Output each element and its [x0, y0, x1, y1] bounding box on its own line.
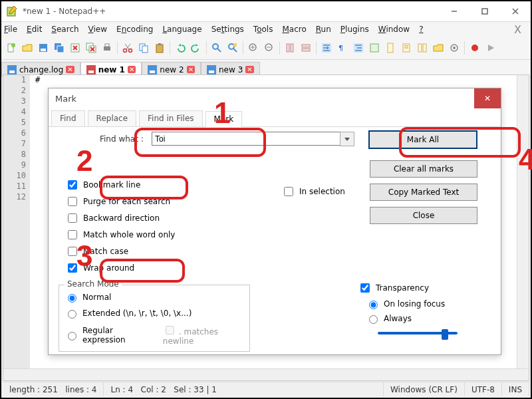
tb-docmap-icon[interactable] [383, 41, 398, 55]
svg-point-21 [129, 49, 132, 53]
search-mode-group: Search Mode Normal Extended (\n, \r, \t,… [59, 285, 250, 352]
menu-help[interactable]: ? [419, 25, 423, 34]
menu-view[interactable]: View [88, 25, 107, 34]
tb-indent-icon[interactable] [351, 41, 366, 55]
tab-label: new 3 [219, 65, 243, 74]
tb-saveall-icon[interactable] [52, 41, 66, 55]
dot-matches-newline-checkbox: . matches newline [163, 324, 244, 346]
svg-rect-63 [150, 70, 155, 73]
menu-plugins[interactable]: Plugins [340, 25, 369, 34]
tb-allchars-icon[interactable]: ¶ [335, 41, 350, 55]
status-length: length : 251 lines : 4 [3, 382, 104, 396]
search-mode-regex[interactable]: Regular expression . matches newline [65, 324, 244, 346]
dropdown-icon[interactable] [340, 132, 354, 146]
menu-macro[interactable]: Macro [282, 25, 306, 34]
whole-word-checkbox[interactable]: Match whole word only [65, 228, 175, 241]
tab-label: new 1 [98, 65, 125, 74]
menu-window[interactable]: Window [378, 25, 410, 34]
tb-replace-icon[interactable] [225, 41, 240, 55]
tab-replace[interactable]: Replace [88, 110, 136, 126]
svg-line-31 [233, 49, 237, 52]
tb-sync-v-icon[interactable] [283, 41, 297, 55]
minimize-button[interactable] [439, 1, 469, 21]
tb-record-icon[interactable] [467, 41, 482, 55]
tb-save-icon[interactable] [36, 41, 51, 55]
tb-undo-icon[interactable] [173, 41, 188, 55]
close-button[interactable] [500, 1, 531, 21]
tb-paste-icon[interactable] [152, 41, 167, 55]
svg-rect-61 [88, 70, 94, 73]
wrap-around-checkbox[interactable]: Wrap around [65, 261, 134, 275]
search-mode-extended[interactable]: Extended (\n, \r, \t, \0, \x...) [65, 308, 244, 319]
status-encoding[interactable]: UTF-8 [465, 382, 502, 396]
tb-sync-h-icon[interactable] [299, 41, 313, 55]
tb-open-icon[interactable] [20, 41, 35, 55]
close-dialog-button[interactable]: Close [370, 207, 477, 224]
tb-print-icon[interactable] [100, 41, 114, 55]
tb-cut-icon[interactable] [120, 41, 135, 55]
transparency-checkbox[interactable]: Transparency [358, 281, 477, 295]
tb-redo-icon[interactable] [189, 41, 203, 55]
transparency-slider[interactable] [378, 332, 458, 334]
tab-close-icon[interactable]: ✕ [66, 66, 74, 73]
app-icon [5, 5, 19, 18]
tab-close-icon[interactable]: ✕ [245, 66, 253, 73]
menu-search[interactable]: Search [51, 25, 78, 34]
bookmark-line-checkbox[interactable]: Bookmark line [65, 178, 140, 192]
status-overwrite[interactable]: INS [502, 382, 529, 396]
tb-funclist-icon[interactable] [415, 41, 430, 55]
tb-wordwrap-icon[interactable] [319, 41, 334, 55]
tb-copy-icon[interactable] [136, 41, 151, 55]
match-case-checkbox[interactable]: Match case [65, 245, 128, 258]
tab-close-icon[interactable]: ✕ [128, 66, 136, 73]
backward-checkbox[interactable]: Backward direction [65, 211, 160, 225]
menu-file[interactable]: File [4, 25, 17, 34]
tb-zoomin-icon[interactable] [246, 41, 261, 55]
menu-settings[interactable]: Settings [211, 25, 244, 34]
svg-rect-39 [291, 44, 293, 52]
tb-closeall-icon[interactable] [84, 41, 98, 55]
line-number-gutter: 123456789101112 [3, 75, 30, 380]
svg-line-29 [217, 49, 221, 52]
vertical-scrollbar[interactable] [517, 75, 529, 369]
menu-encoding[interactable]: Encoding [116, 25, 153, 34]
svg-rect-32 [233, 43, 237, 47]
tb-new-icon[interactable] [4, 41, 19, 55]
tb-play-icon[interactable] [483, 41, 498, 55]
menu-edit[interactable]: Edit [27, 25, 42, 34]
always-radio[interactable]: Always [366, 313, 477, 324]
tb-monitor-icon[interactable] [447, 41, 462, 55]
svg-point-56 [453, 47, 456, 49]
tb-doclist-icon[interactable] [399, 41, 414, 55]
in-selection-checkbox[interactable]: In selection [281, 185, 345, 198]
menu-run[interactable]: Run [316, 25, 331, 34]
tb-folder-icon[interactable] [431, 41, 446, 55]
menu-tools[interactable]: Tools [253, 25, 273, 34]
search-mode-normal[interactable]: Normal [65, 292, 244, 303]
svg-rect-2 [482, 9, 487, 14]
mark-all-button[interactable]: Mark All [368, 130, 477, 149]
tb-close-icon[interactable] [68, 41, 82, 55]
dialog-title-bar[interactable]: Mark ✕ [49, 88, 501, 108]
svg-point-28 [213, 44, 218, 49]
tb-find-icon[interactable] [209, 41, 224, 55]
purge-checkbox[interactable]: Purge for each search [65, 195, 170, 208]
tb-zoomout-icon[interactable] [262, 41, 277, 55]
svg-point-57 [471, 45, 478, 51]
tab-find[interactable]: Find [51, 110, 85, 126]
status-eol[interactable]: Windows (CR LF) [384, 382, 465, 396]
horizontal-scrollbar[interactable] [3, 368, 529, 380]
menu-language[interactable]: Language [162, 25, 201, 34]
tab-close-icon[interactable]: ✕ [187, 66, 195, 73]
maximize-button[interactable] [469, 1, 500, 21]
menu-close-x-icon[interactable]: X [514, 23, 528, 36]
clear-all-marks-button[interactable]: Clear all marks [370, 160, 477, 178]
on-losing-focus-radio[interactable]: On losing focus [366, 299, 477, 309]
tab-find-in-files[interactable]: Find in Files [139, 110, 203, 126]
tab-mark[interactable]: Mark [205, 111, 243, 127]
copy-marked-text-button[interactable]: Copy Marked Text [370, 184, 477, 201]
dialog-close-button[interactable]: ✕ [474, 88, 501, 108]
find-what-input[interactable] [152, 132, 344, 146]
tb-userlang-icon[interactable] [367, 41, 382, 55]
slider-thumb[interactable] [442, 329, 448, 340]
